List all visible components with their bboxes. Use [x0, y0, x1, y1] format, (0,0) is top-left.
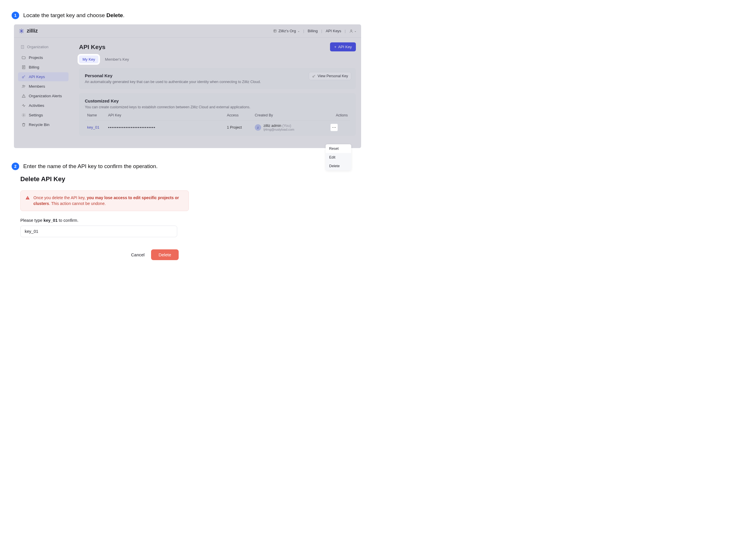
- topbar-user-menu[interactable]: ⌄: [349, 29, 356, 33]
- delete-button[interactable]: Delete: [151, 249, 179, 260]
- plus-icon: +: [334, 45, 336, 49]
- step-2-header: 2 Enter the name of the API key to confi…: [12, 163, 354, 170]
- screenshot-1: zilliz Zilliz's Org ⌄ | Billing | API Ke…: [14, 24, 361, 148]
- confirm-key: key_01: [43, 218, 58, 223]
- dialog-actions: Cancel Delete: [20, 249, 189, 260]
- key-access: 1 Project: [227, 125, 255, 129]
- sidebar-item-label: Activities: [29, 103, 44, 108]
- brand[interactable]: zilliz: [19, 28, 38, 34]
- personal-key-desc: An automatically generated key that can …: [85, 80, 350, 84]
- sidebar-item-label: Recycle Bin: [29, 122, 50, 127]
- svg-point-5: [23, 85, 24, 86]
- topbar-apikeys[interactable]: API Keys: [326, 29, 341, 33]
- sidebar-item-label: API Keys: [29, 75, 45, 79]
- table-row: key_01 ••••••••••••••••••••••••••• 1 Pro…: [85, 120, 350, 134]
- step-1-badge: 1: [12, 12, 19, 19]
- creator-email: lj4mg@rustyload.com: [264, 128, 294, 131]
- folder-icon: [21, 56, 26, 60]
- receipt-icon: [21, 65, 26, 69]
- separator: |: [345, 29, 346, 33]
- brand-logo-icon: [19, 28, 24, 34]
- sidebar-item-projects[interactable]: Projects: [18, 53, 69, 62]
- sidebar-section-text: Organization: [27, 45, 49, 49]
- sidebar-item-label: Organization Alerts: [29, 94, 62, 98]
- members-icon: [21, 84, 26, 88]
- sidebar-item-label: Billing: [29, 65, 39, 69]
- row-actions-menu: Reset Edit Delete: [326, 144, 351, 171]
- user-icon: [349, 29, 353, 33]
- svg-point-1: [351, 29, 352, 31]
- alert-icon: [21, 94, 26, 98]
- separator: |: [303, 29, 304, 33]
- topbar-billing[interactable]: Billing: [308, 29, 318, 33]
- step-2-text: Enter the name of the API key to confirm…: [23, 163, 158, 169]
- step-1-post: .: [123, 12, 124, 18]
- org-switcher[interactable]: Zilliz's Org ⌄: [273, 29, 300, 33]
- tab-my-key[interactable]: My Key: [79, 56, 98, 63]
- main-content: API Keys + API Key My Key Member's Key P…: [70, 42, 356, 140]
- chevron-down-icon: ⌄: [354, 29, 356, 33]
- sidebar-item-billing[interactable]: Billing: [18, 63, 69, 72]
- warn-pre: Once you delete the API key,: [33, 195, 86, 200]
- tab-members-key[interactable]: Member's Key: [101, 56, 133, 63]
- page-title: API Keys: [79, 43, 105, 51]
- avatar: z: [255, 124, 261, 131]
- row-actions-button[interactable]: ⋯: [330, 124, 338, 131]
- svg-point-6: [24, 86, 25, 86]
- topbar-right: Zilliz's Org ⌄ | Billing | API Keys | ⌄: [273, 29, 356, 33]
- delete-api-key-dialog: Delete API Key Once you delete the API k…: [20, 175, 189, 260]
- col-by: Created By: [255, 113, 330, 117]
- view-personal-key-button[interactable]: View Personal Key: [309, 72, 351, 80]
- sidebar-section-label: Organization: [17, 43, 70, 53]
- view-personal-key-label: View Personal Key: [317, 74, 348, 78]
- creator-you: (You): [281, 123, 291, 128]
- customized-key-desc: You can create customized keys to establ…: [85, 105, 350, 109]
- step-1-bold: Delete: [106, 12, 123, 18]
- sidebar-item-members[interactable]: Members: [18, 82, 69, 91]
- svg-point-7: [23, 115, 24, 116]
- masked-key: •••••••••••••••••••••••••••: [108, 125, 227, 129]
- sidebar-item-settings[interactable]: Settings: [18, 111, 69, 120]
- svg-rect-2: [21, 45, 24, 49]
- warn-post: . This action cannot be undone.: [49, 201, 106, 206]
- menu-item-reset[interactable]: Reset: [326, 144, 351, 153]
- cancel-button[interactable]: Cancel: [129, 249, 147, 260]
- warning-icon: [25, 195, 30, 200]
- sidebar-item-recycle[interactable]: Recycle Bin: [18, 120, 69, 129]
- col-name: Name: [87, 113, 108, 117]
- add-api-key-button[interactable]: + API Key: [330, 42, 356, 52]
- svg-point-4: [22, 77, 24, 78]
- step-1-text: Locate the target key and choose Delete.: [23, 12, 124, 19]
- personal-key-card: Personal Key An automatically generated …: [79, 68, 356, 89]
- svg-rect-0: [274, 29, 276, 32]
- sidebar-item-api-keys[interactable]: API Keys: [18, 72, 69, 81]
- activity-icon: [21, 103, 26, 108]
- trash-icon: [21, 122, 26, 127]
- org-icon: [273, 29, 277, 33]
- menu-item-delete[interactable]: Delete: [326, 162, 351, 171]
- sidebar: Organization Projects Billing API Keys M…: [17, 42, 70, 140]
- tabs: My Key Member's Key: [79, 54, 356, 68]
- dialog-title: Delete API Key: [20, 175, 189, 183]
- sidebar-item-alerts[interactable]: Organization Alerts: [18, 92, 69, 100]
- key-name-link[interactable]: key_01: [87, 125, 108, 129]
- step-1-header: 1 Locate the target key and choose Delet…: [12, 12, 354, 19]
- col-actions: Actions: [330, 113, 348, 117]
- add-api-key-label: API Key: [338, 45, 352, 49]
- sidebar-item-activities[interactable]: Activities: [18, 101, 69, 110]
- customized-key-title: Customized Key: [85, 98, 350, 103]
- table-header: Name API Key Access Created By Actions: [85, 109, 350, 120]
- customized-key-card: Customized Key You can create customized…: [79, 93, 356, 136]
- key-icon: [21, 75, 26, 79]
- more-icon: ⋯: [332, 125, 336, 130]
- confirm-input[interactable]: [20, 225, 177, 237]
- brand-text: zilliz: [27, 28, 38, 34]
- col-access: Access: [227, 113, 255, 117]
- separator: |: [321, 29, 322, 33]
- sidebar-item-label: Settings: [29, 113, 43, 117]
- warning-banner: Once you delete the API key, you may los…: [20, 191, 189, 211]
- confirm-post: to confirm.: [58, 218, 78, 223]
- svg-point-8: [313, 76, 314, 77]
- menu-item-edit[interactable]: Edit: [326, 153, 351, 162]
- org-name: Zilliz's Org: [278, 29, 296, 33]
